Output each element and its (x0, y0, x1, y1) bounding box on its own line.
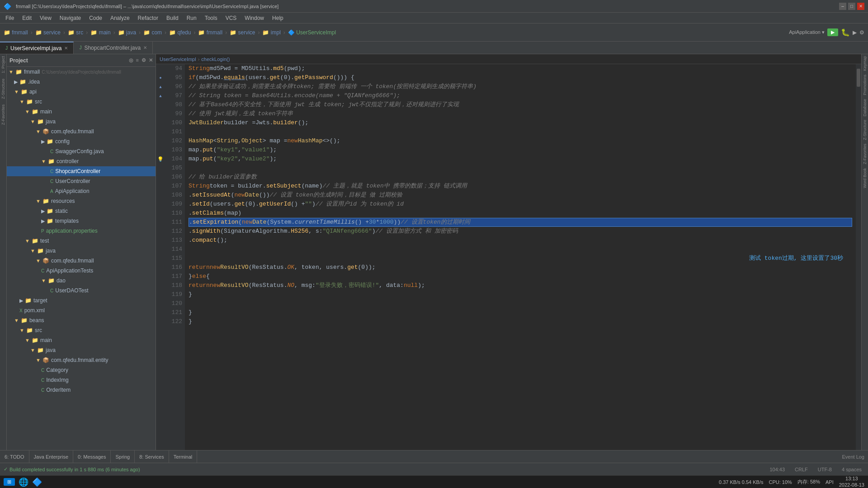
sidebar-project-label[interactable]: 1: Project (1, 56, 5, 73)
tree-node-java[interactable]: ▼ 📁 java (7, 117, 156, 127)
status-position[interactable]: 104:43 (767, 467, 788, 472)
menu-edit[interactable]: Edit (19, 14, 35, 22)
tree-node-target[interactable]: ▶ 📁 target (7, 296, 156, 305)
bottom-tab-services[interactable]: 8: Services (135, 450, 169, 463)
maximize-button[interactable]: □ (848, 3, 855, 10)
tab-userserviceimpl[interactable]: J UserServiceImpl.java ✕ (0, 42, 74, 54)
tree-node-orderitem[interactable]: C OrderItem (7, 385, 156, 395)
breadcrumb-src[interactable]: 📁 src (68, 29, 83, 36)
tree-node-beans-src[interactable]: ▼ 📁 src (7, 325, 156, 335)
tree-node-indeximg[interactable]: C IndexImg (7, 375, 156, 385)
run-config-selector[interactable]: ApiApplication ▾ (789, 29, 825, 35)
menu-code[interactable]: Code (85, 14, 106, 22)
mini-scrollbar[interactable] (856, 64, 861, 450)
menu-build[interactable]: Build (163, 14, 182, 22)
tab-close-userserviceimpl[interactable]: ✕ (64, 46, 68, 51)
settings-button[interactable]: ⚙ (859, 29, 864, 36)
minimize-button[interactable]: – (839, 3, 846, 10)
sidebar-promotions-label[interactable]: Promotions (863, 75, 867, 95)
bottom-tab-terminal[interactable]: Terminal (169, 450, 198, 463)
tree-node-testpkg[interactable]: ▼ 📦 com.qfedu.fmmall (7, 256, 156, 266)
status-encoding[interactable]: UTF-8 (815, 467, 835, 472)
tree-node-entity-pkg[interactable]: ▼ 📦 com.qfedu.fmmall.entity (7, 355, 156, 365)
tree-node-com-qfedu[interactable]: ▼ 📦 com.qfedu.fmmall (7, 127, 156, 136)
project-settings-button[interactable]: ⚙ (142, 57, 146, 63)
sidebar-zstructure-label[interactable]: Z-Structure (863, 120, 867, 140)
menu-help[interactable]: Help (269, 14, 287, 22)
tree-node-test[interactable]: ▼ 📁 test (7, 236, 156, 246)
tree-node-shopcartctrl[interactable]: C ShopcartController (7, 166, 156, 176)
tree-node-userctrl[interactable]: C UserController (7, 176, 156, 186)
tree-node-apiapp[interactable]: A ApiApplication (7, 186, 156, 196)
tree-node-swaggerconfig[interactable]: C SwaggerConfig.java (7, 146, 156, 156)
menu-view[interactable]: View (36, 14, 55, 22)
menu-vcs[interactable]: VCS (222, 14, 241, 22)
breadcrumb-userserviceimpl[interactable]: 🔷 UserServiceImpl (288, 29, 336, 36)
menu-run[interactable]: Run (183, 14, 200, 22)
tree-node-templates[interactable]: ▶ 📁 templates (7, 216, 156, 226)
tree-node-main[interactable]: ▼ 📁 main (7, 107, 156, 117)
collapse-all-button[interactable]: ≡ (136, 57, 139, 63)
bottom-tab-todo[interactable]: 6: TODO (0, 450, 29, 463)
menu-refactor[interactable]: Refactor (134, 14, 162, 22)
coverage-button[interactable]: ▶ (853, 29, 857, 36)
sidebar-keymap-label[interactable]: Keymap (863, 56, 867, 71)
sidebar-database-label[interactable]: Database (863, 99, 867, 117)
bottom-tab-spring[interactable]: Spring (111, 450, 135, 463)
windows-start-button[interactable]: ⊞ (4, 478, 15, 486)
menu-window[interactable]: Window (241, 14, 268, 22)
tree-node-config[interactable]: ▶ 📁 config (7, 136, 156, 146)
code-content[interactable]: String md5Pwd = MD5Utils.md5(pwd); if (m… (185, 64, 856, 450)
breadcrumb-fmmall[interactable]: 📁 fmmall (4, 29, 28, 36)
run-button[interactable]: ▶ (827, 28, 838, 36)
menu-analyze[interactable]: Analyze (107, 14, 133, 22)
chrome-icon[interactable]: 🌐 (19, 477, 28, 487)
menu-file[interactable]: File (2, 14, 18, 22)
sidebar-zfavorites-label[interactable]: Z-Favorites (863, 144, 867, 164)
tree-node-beans-java[interactable]: ▼ 📁 java (7, 345, 156, 355)
tab-close-shopcart[interactable]: ✕ (143, 45, 147, 50)
menu-navigate[interactable]: Navigate (56, 14, 85, 22)
event-log-button[interactable]: Event Log (838, 450, 868, 463)
tree-node-resources[interactable]: ▼ 📁 resources (7, 196, 156, 206)
status-line-ending[interactable]: CRLF (792, 467, 811, 472)
tab-shopcartcontroller[interactable]: J ShopcartController.java ✕ (74, 42, 153, 54)
breadcrumb-impl[interactable]: 📁 impl (262, 29, 280, 36)
tree-node-pom[interactable]: X pom.xml (7, 305, 156, 315)
tree-node-src[interactable]: ▼ 📁 src (7, 97, 156, 107)
bottom-tab-messages[interactable]: 0: Messages (73, 450, 111, 463)
tree-node-idea[interactable]: ▶ 📁 .idea (7, 77, 156, 87)
breadcrumb-qfedu[interactable]: 📁 qfedu (169, 29, 191, 36)
breadcrumb-service2[interactable]: 📁 service (230, 29, 255, 36)
tree-node-apiapptests[interactable]: C ApiApplicationTests (7, 266, 156, 276)
tree-node-beans-main[interactable]: ▼ 📁 main (7, 335, 156, 345)
tree-node-controller[interactable]: ▼ 📁 controller (7, 156, 156, 166)
tree-node-beans[interactable]: ▼ 📁 beans (7, 315, 156, 325)
tree-node-userdaotest[interactable]: C UserDAOTest (7, 286, 156, 296)
breadcrumb-main[interactable]: 📁 main (90, 29, 110, 36)
breadcrumb-userserviceimpl-link[interactable]: UserServiceImpl (160, 56, 196, 62)
tree-node-appprops[interactable]: P application.properties (7, 226, 156, 236)
tree-node-fmmall[interactable]: ▼ 📁 fmmall C:\Users\xuy\IdeaProjects\qfe… (7, 67, 156, 77)
sidebar-structure-label[interactable]: Z-Structure (1, 79, 5, 99)
tree-node-category[interactable]: C Category (7, 365, 156, 375)
tree-node-api[interactable]: ▼ 📁 api (7, 87, 156, 97)
breadcrumb-java[interactable]: 📁 java (118, 29, 136, 36)
close-button[interactable]: ✕ (857, 3, 864, 10)
tree-node-static[interactable]: ▶ 📁 static (7, 206, 156, 216)
menu-tools[interactable]: Tools (201, 14, 221, 22)
breadcrumb-checklogin-link[interactable]: checkLogin() (201, 56, 230, 62)
tree-node-testjava[interactable]: ▼ 📁 java (7, 246, 156, 256)
debug-button[interactable]: 🐛 (841, 28, 850, 37)
breadcrumb-com[interactable]: 📁 com (143, 29, 162, 36)
breadcrumb-service[interactable]: 📁 service (35, 29, 61, 36)
tree-node-dao[interactable]: ▼ 📁 dao (7, 276, 156, 286)
bottom-tab-java-enterprise[interactable]: Java Enterprise (29, 450, 73, 463)
project-panel-close[interactable]: ✕ (149, 57, 153, 63)
status-indent[interactable]: 4 spaces (839, 467, 864, 472)
intellij-taskbar-icon[interactable]: 🔷 (32, 477, 42, 487)
breadcrumb-fmmall2[interactable]: 📁 fmmall (198, 29, 222, 36)
sidebar-favorites-label[interactable]: Z-Favorites (1, 104, 5, 125)
sidebar-wordbook-label[interactable]: Word Book (863, 168, 867, 188)
locate-file-button[interactable]: ◎ (129, 57, 133, 63)
